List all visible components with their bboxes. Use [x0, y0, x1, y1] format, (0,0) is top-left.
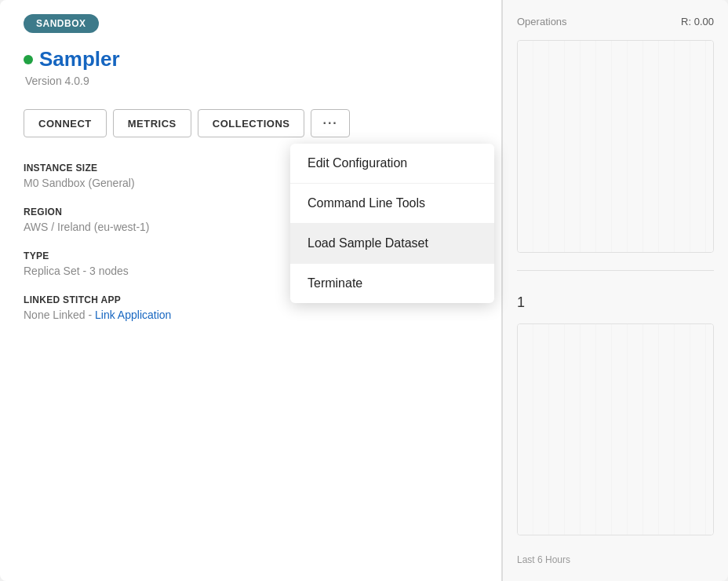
cluster-info: Sampler Version 4.0.9 CONNECT METRICS CO… [0, 0, 501, 362]
left-panel: SANDBOX Sampler Version 4.0.9 CONNECT ME… [0, 0, 502, 581]
tab-bar: CONNECT METRICS COLLECTIONS ··· Edit Con… [24, 109, 478, 137]
sandbox-badge: SANDBOX [24, 14, 99, 33]
tab-connect[interactable]: CONNECT [24, 109, 107, 137]
chart-placeholder-2 [518, 324, 713, 535]
none-linked-text: None Linked - [24, 309, 95, 321]
tab-collections[interactable]: COLLECTIONS [198, 109, 305, 137]
chart-area [517, 40, 714, 253]
dropdown-item-load-dataset[interactable]: Load Sample Dataset [290, 224, 494, 264]
dropdown-item-terminate[interactable]: Terminate [290, 264, 494, 303]
tab-metrics[interactable]: METRICS [113, 109, 191, 137]
status-dot-icon [24, 55, 33, 64]
operations-label: Operations [517, 16, 567, 27]
cluster-version: Version 4.0.9 [24, 75, 478, 87]
dropdown-item-command-line[interactable]: Command Line Tools [290, 184, 494, 224]
cluster-title: Sampler [39, 47, 120, 71]
chart-placeholder [518, 41, 713, 252]
metric-prefix: R: 0.00 [681, 16, 714, 27]
tab-more-button[interactable]: ··· [311, 109, 349, 137]
cluster-name-row: Sampler [24, 47, 478, 71]
metric-value-large: 1 [517, 294, 525, 311]
chart-area-2 [517, 323, 714, 536]
right-panel: Operations R: 0.00 1 Last 6 Hours [502, 0, 728, 581]
dropdown-menu: Edit Configuration Command Line Tools Lo… [290, 144, 494, 303]
right-header: Operations R: 0.00 [517, 16, 714, 27]
dropdown-item-edit-config[interactable]: Edit Configuration [290, 144, 494, 184]
link-application-link[interactable]: Link Application [95, 309, 171, 321]
metric-row: 1 [517, 279, 714, 319]
time-range-label: Last 6 Hours [517, 545, 714, 565]
right-divider [517, 270, 714, 271]
detail-value-linked-app: None Linked - Link Application [24, 309, 478, 321]
